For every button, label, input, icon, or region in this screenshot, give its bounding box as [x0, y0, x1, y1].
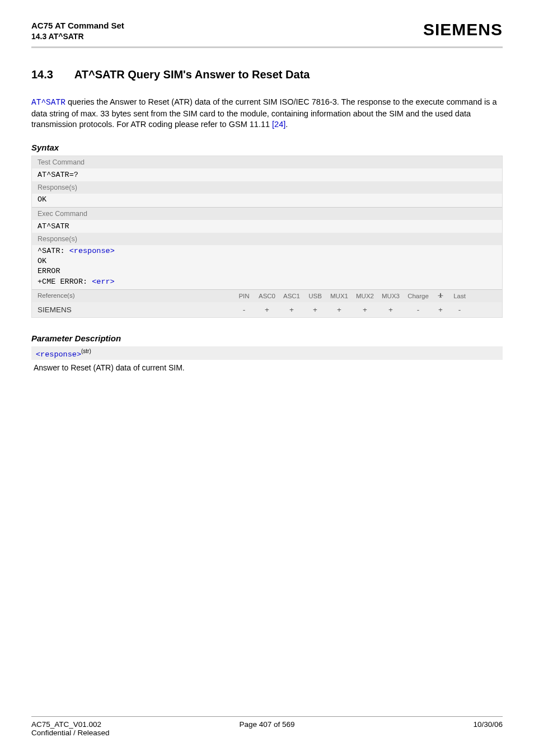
exec-response-body: ^SATR: <response> OK ERROR +CME ERROR: <…: [32, 245, 502, 289]
intro-cmd-link[interactable]: AT^SATR: [31, 98, 65, 107]
footer-center: Page 407 of 569: [31, 720, 503, 729]
exec-resp-ok: OK: [38, 257, 46, 265]
val-airplane: +: [433, 306, 448, 314]
footer-divider: [31, 716, 503, 717]
col-mux3: MUX3: [378, 293, 404, 299]
page-header: AC75 AT Command Set 14.3 AT^SATR SIEMENS: [31, 20, 503, 42]
doc-subtitle: 14.3 AT^SATR: [31, 31, 124, 42]
brand-logo: SIEMENS: [423, 20, 503, 39]
col-last: Last: [448, 293, 471, 299]
exec-resp-error: ERROR: [38, 267, 60, 275]
exec-response-label: Response(s): [32, 233, 502, 245]
col-pin: PIN: [233, 293, 255, 299]
reference-columns: PIN ASC0 ASC1 USB MUX1 MUX2 MUX3 Charge …: [233, 290, 502, 302]
header-divider: [31, 46, 503, 48]
intro-text: queries the Answer to Reset (ATR) data o…: [31, 97, 497, 129]
val-usb: +: [304, 306, 326, 314]
reference-label: Reference(s): [32, 290, 233, 302]
exec-command-label: Exec Command: [32, 208, 502, 220]
val-mux2: +: [352, 306, 378, 314]
reference-value-cols: - + + + + + + - + -: [233, 302, 502, 317]
exec-resp-prefix: ^SATR:: [38, 247, 69, 255]
test-command: AT^SATR=?: [32, 168, 502, 181]
val-asc1: +: [279, 306, 304, 314]
val-asc0: +: [255, 306, 279, 314]
col-charge: Charge: [404, 293, 433, 299]
doc-title: AC75 AT Command Set: [31, 20, 124, 31]
section-title-text: AT^SATR Query SIM's Answer to Reset Data: [74, 68, 310, 81]
airplane-icon: [433, 292, 448, 300]
reference-header-row: Reference(s) PIN ASC0 ASC1 USB MUX1 MUX2…: [32, 290, 502, 302]
reference-values-row: SIEMENS - + + + + + + - + -: [32, 302, 502, 317]
exec-resp-cme: +CME ERROR:: [38, 278, 92, 286]
val-pin: -: [233, 306, 255, 314]
header-left: AC75 AT Command Set 14.3 AT^SATR: [31, 20, 124, 42]
exec-command: AT^SATR: [32, 220, 502, 233]
exec-resp-err-link[interactable]: <err>: [92, 278, 115, 286]
syntax-heading: Syntax: [31, 143, 503, 152]
param-description: Answer to Reset (ATR) data of current SI…: [31, 363, 503, 372]
test-response-label: Response(s): [32, 181, 502, 194]
section-heading: 14.3 AT^SATR Query SIM's Answer to Reset…: [31, 68, 503, 81]
param-heading: Parameter Description: [31, 334, 503, 343]
syntax-block: Test Command AT^SATR=? Response(s) OK Ex…: [31, 156, 503, 318]
val-charge: -: [404, 306, 433, 314]
reference-value: SIEMENS: [32, 302, 233, 317]
val-last: -: [448, 306, 471, 314]
param-type: (str): [81, 348, 91, 354]
col-mux2: MUX2: [352, 293, 378, 299]
col-asc1: ASC1: [279, 293, 304, 299]
col-usb: USB: [304, 293, 326, 299]
footer-classification: Confidential / Released: [31, 729, 110, 737]
section-number: 14.3: [31, 68, 72, 81]
val-mux3: +: [378, 306, 404, 314]
intro-ref-link[interactable]: [24]: [272, 120, 285, 129]
param-name[interactable]: <response>: [36, 350, 81, 358]
intro-paragraph: AT^SATR queries the Answer to Reset (ATR…: [31, 97, 503, 130]
test-response: OK: [32, 194, 502, 207]
page-footer: AC75_ATC_V01.002 Page 407 of 569 10/30/0…: [31, 716, 503, 737]
intro-period: .: [285, 120, 288, 129]
param-name-box: <response>(str): [31, 346, 503, 360]
col-mux1: MUX1: [326, 293, 352, 299]
col-asc0: ASC0: [255, 293, 279, 299]
val-mux1: +: [326, 306, 352, 314]
test-command-label: Test Command: [32, 156, 502, 168]
exec-resp-param-link[interactable]: <response>: [69, 247, 115, 255]
